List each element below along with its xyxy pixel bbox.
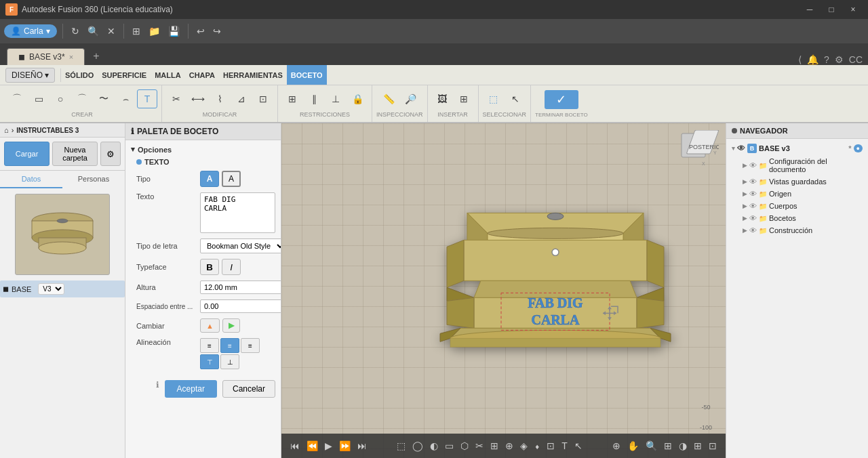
aceptar-button[interactable]: Aceptar bbox=[165, 380, 217, 398]
menu-chapa[interactable]: CHAPA bbox=[185, 65, 219, 85]
tab-prev-button[interactable]: ⟨ bbox=[798, 54, 802, 65]
play-end-button[interactable]: ⏭ bbox=[354, 438, 370, 453]
close-button[interactable]: × bbox=[844, 3, 863, 16]
version-select[interactable]: V3V2V1 bbox=[38, 283, 64, 295]
sketch-point-button[interactable]: ⊕ bbox=[502, 438, 517, 453]
opciones-header[interactable]: ▾ Opciones bbox=[131, 143, 275, 156]
arc-tool-button[interactable]: ⌒ bbox=[72, 89, 92, 108]
play-start-button[interactable]: ⏮ bbox=[287, 438, 303, 453]
move-right-button[interactable]: ▶ bbox=[222, 318, 240, 333]
view-cube[interactable]: POSTERIOR X Y bbox=[678, 130, 719, 171]
align-center-button[interactable]: ≡ bbox=[220, 338, 239, 353]
maximize-button[interactable]: □ bbox=[822, 3, 841, 16]
nav-item-construccion[interactable]: ▶ 👁 📁 Construcción bbox=[729, 224, 865, 236]
menu-herramientas[interactable]: HERRAMIENTAS bbox=[219, 65, 287, 85]
sketch-3d-button[interactable]: ⊞ bbox=[487, 438, 502, 453]
select-button[interactable]: ⬚ bbox=[484, 89, 504, 108]
undo-button[interactable]: ↩ bbox=[194, 23, 208, 39]
spline-tool-button[interactable]: 〜 bbox=[94, 89, 114, 108]
home-icon[interactable]: ⌂ bbox=[4, 126, 9, 134]
type-filled-button[interactable]: A bbox=[200, 171, 219, 187]
sketch-select-button[interactable]: ⬚ bbox=[393, 438, 409, 453]
refresh-button[interactable]: ↻ bbox=[68, 23, 82, 39]
sketch-path-button[interactable]: ⬡ bbox=[457, 438, 472, 453]
close-search-button[interactable]: ✕ bbox=[104, 23, 118, 39]
new-tab-button[interactable]: + bbox=[87, 47, 104, 65]
align-left-button[interactable]: ≡ bbox=[200, 338, 219, 353]
select-arrow-button[interactable]: ↖ bbox=[505, 89, 526, 108]
nav-item-bocetos[interactable]: ▶ 👁 📁 Bocetos bbox=[729, 212, 865, 224]
offset-button[interactable]: ⊡ bbox=[253, 89, 273, 108]
folder-button[interactable]: 📁 bbox=[146, 23, 163, 39]
espaciado-input[interactable] bbox=[200, 299, 281, 313]
align-vcenter-button[interactable]: ⊥ bbox=[220, 354, 239, 369]
settings-button[interactable]: ⚙ bbox=[835, 54, 844, 65]
tab-close-button[interactable]: × bbox=[69, 53, 73, 61]
sketch-arrow-button[interactable]: ↖ bbox=[571, 438, 586, 453]
scale-button[interactable]: ⊿ bbox=[231, 89, 252, 108]
play-next-button[interactable]: ⏩ bbox=[336, 438, 354, 453]
menu-malla[interactable]: MALLA bbox=[151, 65, 185, 85]
nav-item-origen[interactable]: ▶ 👁 📁 Origen bbox=[729, 188, 865, 200]
nav-item-root[interactable]: ▾ 👁 B BASE v3 * ● bbox=[729, 142, 865, 155]
tab-base-v3[interactable]: ◼ BASE v3* × bbox=[7, 48, 85, 65]
fillet-tool-button[interactable]: ⌢ bbox=[115, 89, 136, 108]
nav-item-cuerpos[interactable]: ▶ 👁 📁 Cuerpos bbox=[729, 200, 865, 212]
align-top-button[interactable]: ⊤ bbox=[200, 354, 219, 369]
menu-solido[interactable]: SÓLIDO bbox=[61, 65, 98, 85]
cancelar-button[interactable]: Cancelar bbox=[222, 380, 275, 398]
zoom-button[interactable]: 🔍 bbox=[642, 438, 660, 453]
move-up-button[interactable]: ▲ bbox=[200, 318, 220, 333]
sketch-circle-button[interactable]: ◯ bbox=[409, 438, 427, 453]
rect-tool-button[interactable]: ▭ bbox=[28, 89, 49, 108]
italic-button[interactable]: I bbox=[222, 259, 241, 275]
parallel-button[interactable]: ∥ bbox=[304, 89, 324, 108]
display-button[interactable]: ◑ bbox=[675, 438, 690, 453]
play-prev-button[interactable]: ⏪ bbox=[303, 438, 321, 453]
insert-table-button[interactable]: ⊞ bbox=[454, 89, 474, 108]
sketch-dim-button[interactable]: ◈ bbox=[517, 438, 531, 453]
save-button[interactable]: 💾 bbox=[165, 23, 182, 39]
extend-button[interactable]: ⟷ bbox=[188, 89, 208, 108]
sketch-constr-button[interactable]: ⬧ bbox=[531, 438, 543, 453]
altura-input[interactable] bbox=[200, 280, 281, 294]
cc-button[interactable]: CC bbox=[849, 54, 863, 65]
zoom-fit-button[interactable]: ⊞ bbox=[660, 438, 675, 453]
sketch-arc-button[interactable]: ◐ bbox=[427, 438, 441, 453]
nav-item-config[interactable]: ▶ 👁 📁 Configuración del documento bbox=[729, 155, 865, 175]
menu-superficie[interactable]: SUPERFICIE bbox=[98, 65, 151, 85]
help-button[interactable]: ? bbox=[824, 54, 829, 65]
align-right-button[interactable]: ≡ bbox=[241, 338, 260, 353]
file-item[interactable]: ◼ BASE V3V2V1 bbox=[0, 280, 125, 297]
sketch-rect-button[interactable]: ▭ bbox=[441, 438, 457, 453]
nav-item-vistas[interactable]: ▶ 👁 📁 Vistas guardadas bbox=[729, 175, 865, 188]
design-dropdown[interactable]: DISEÑO ▾ bbox=[5, 68, 55, 83]
viewport[interactable]: FAB DIG CARLA bbox=[281, 123, 726, 458]
redo-button[interactable]: ↪ bbox=[210, 23, 224, 39]
bold-button[interactable]: B bbox=[200, 259, 219, 275]
search-button[interactable]: 🔍 bbox=[85, 23, 102, 39]
settings-panel-button[interactable]: ⚙ bbox=[100, 142, 121, 166]
play-button[interactable]: ▶ bbox=[321, 438, 336, 453]
insert-image-button[interactable]: 🖼 bbox=[432, 89, 452, 108]
finish-boceto-button[interactable]: ✓ bbox=[545, 90, 578, 109]
perp-button[interactable]: ⊥ bbox=[326, 89, 346, 108]
tipoletra-select[interactable]: Bookman Old Style Arial Times New Roman bbox=[200, 238, 281, 253]
texto-input[interactable]: FAB DIG CARLA bbox=[200, 192, 275, 233]
more-view-button[interactable]: ⊡ bbox=[705, 438, 720, 453]
fix-button[interactable]: 🔒 bbox=[347, 89, 368, 108]
grid-view-button[interactable]: ⊞ bbox=[690, 438, 705, 453]
coin-button[interactable]: ⊞ bbox=[282, 89, 302, 108]
notification-button[interactable]: 🔔 bbox=[807, 54, 818, 65]
text-tool-button[interactable]: T bbox=[137, 89, 157, 108]
user-button[interactable]: 👤 Carla ▾ bbox=[4, 24, 57, 38]
line-tool-button[interactable]: ⌒ bbox=[7, 89, 27, 108]
circle-tool-button[interactable]: ○ bbox=[50, 89, 71, 108]
menu-boceto[interactable]: BOCETO bbox=[287, 65, 327, 85]
texto-header[interactable]: TEXTO bbox=[136, 156, 275, 168]
minimize-button[interactable]: ─ bbox=[800, 3, 819, 16]
inspect-button[interactable]: 🔎 bbox=[400, 89, 420, 108]
sketch-move-button[interactable]: ⊡ bbox=[543, 438, 558, 453]
orbit-button[interactable]: ⊕ bbox=[609, 438, 624, 453]
sketch-trim-button[interactable]: ✂ bbox=[472, 438, 487, 453]
